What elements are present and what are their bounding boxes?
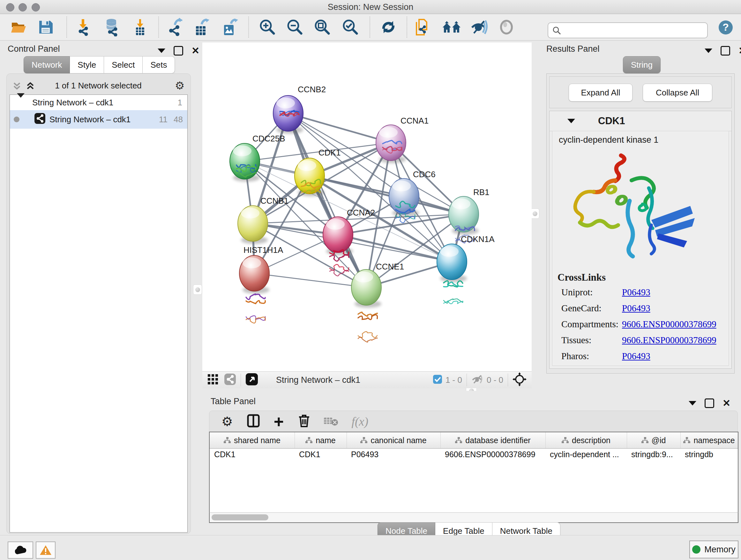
table-horizontal-scrollbar[interactable] <box>209 512 738 523</box>
clear-filter-icon[interactable] <box>323 415 339 428</box>
table-cell[interactable]: stringdb:9... <box>631 450 679 459</box>
zoom-fit-icon[interactable] <box>312 17 332 37</box>
search-input[interactable] <box>563 24 705 36</box>
collapse-section-icon[interactable] <box>567 119 575 123</box>
export-image-icon[interactable] <box>219 17 239 37</box>
table-cell[interactable]: stringdb <box>685 450 737 459</box>
node-CCNA1[interactable] <box>376 125 406 163</box>
first-neighbors-icon[interactable] <box>442 17 461 37</box>
birds-eye-grid-icon[interactable] <box>207 374 218 386</box>
zoom-selected-icon[interactable] <box>340 17 360 37</box>
show-all-icon[interactable] <box>496 17 516 37</box>
warning-status-button[interactable] <box>36 542 56 559</box>
table-cell[interactable]: CDK1 <box>214 450 293 459</box>
center-view-crosshair-icon[interactable] <box>513 372 527 388</box>
crosslink-value[interactable]: 9606.ENSP00000378699 <box>622 335 717 346</box>
table-cell[interactable]: P06493 <box>351 450 439 459</box>
network-options-gear-icon[interactable]: ⚙ <box>175 79 185 92</box>
table-cell[interactable]: 9606.ENSP00000378699 <box>445 450 544 459</box>
memory-status-dot-icon <box>692 545 700 554</box>
node-CDKN1A[interactable] <box>437 244 467 304</box>
edge-HIST1H1A-CCNE1[interactable] <box>254 273 366 287</box>
column-header-id[interactable]: @id <box>627 432 681 448</box>
column-header-canonical-name[interactable]: canonical name <box>347 432 441 448</box>
maximize-panel-icon[interactable] <box>174 46 183 56</box>
detach-view-icon[interactable] <box>246 373 258 387</box>
memory-button[interactable]: Memory <box>689 541 738 558</box>
node-HIST1H1A[interactable] <box>239 255 269 323</box>
table-cell[interactable]: CDK1 <box>299 450 345 459</box>
column-header-description[interactable]: description <box>545 432 627 448</box>
network-overview-icon[interactable] <box>224 373 236 387</box>
cloud-icon <box>13 545 27 555</box>
string-results-box: Expand All Collapse All CDK1 cyclin-depe… <box>546 73 735 374</box>
tab-sets[interactable]: Sets <box>143 56 175 73</box>
crosslink-value[interactable]: P06493 <box>622 287 650 298</box>
edge-CDK1-RB1[interactable] <box>310 176 464 214</box>
crosslink-value[interactable]: 9606.ENSP00000378699 <box>622 319 717 329</box>
network-canvas[interactable]: CCNB2CCNA1CDC25BCDK1CDC6RB1CCNB1CCNA2CDK… <box>202 43 532 371</box>
expand-all-button[interactable]: Expand All <box>569 84 632 102</box>
node-CDK1[interactable] <box>294 158 325 196</box>
import-database-icon[interactable] <box>102 17 121 37</box>
export-network-icon[interactable] <box>165 17 185 37</box>
right-divider-grip[interactable] <box>530 208 539 219</box>
status-bar: Memory <box>0 535 741 560</box>
edge-CCNB2-CCNE1[interactable] <box>288 113 366 287</box>
show-columns-icon[interactable] <box>247 414 260 429</box>
zoom-out-icon[interactable] <box>285 17 305 37</box>
collapse-all-button[interactable]: Collapse All <box>643 84 712 102</box>
edge-CCNB2-CCNA1[interactable] <box>288 113 391 143</box>
network-row[interactable]: String Network – cdk1 11 48 <box>10 110 187 129</box>
cloud-status-button[interactable] <box>8 542 33 559</box>
crosslink-value[interactable]: P06493 <box>622 351 650 361</box>
tab-network[interactable]: Network <box>23 56 70 73</box>
import-network-icon[interactable] <box>73 17 92 37</box>
close-panel-icon[interactable]: ✕ <box>723 399 731 407</box>
collection-expand-icon[interactable] <box>17 98 24 108</box>
left-divider-grip[interactable] <box>193 285 202 295</box>
node-CCNB2[interactable] <box>273 96 303 134</box>
table-cell[interactable]: cyclin-dependent ... <box>550 450 625 459</box>
node-CCNB1[interactable] <box>238 206 268 244</box>
toolbar-separator <box>158 17 159 38</box>
close-panel-icon[interactable]: ✕ <box>192 47 199 55</box>
function-builder-icon[interactable]: f(x) <box>351 415 368 428</box>
selected-checkbox-icon[interactable] <box>433 374 442 385</box>
float-panel-icon[interactable] <box>689 401 696 406</box>
open-session-icon[interactable] <box>9 17 29 37</box>
collection-count: 1 <box>178 98 182 108</box>
column-header-name[interactable]: name <box>294 432 347 448</box>
node-label-CDKN1A: CDKN1A <box>461 234 495 244</box>
network-collection-row[interactable]: String Network – cdk1 1 <box>10 95 187 110</box>
crosslink-value[interactable]: P06493 <box>622 303 650 314</box>
float-panel-icon[interactable] <box>158 49 165 53</box>
maximize-panel-icon[interactable] <box>704 398 714 408</box>
node-CDC25B[interactable] <box>230 143 260 182</box>
node-CCNA2[interactable] <box>323 217 353 276</box>
column-header-shared-name[interactable]: shared name <box>210 432 295 448</box>
help-icon[interactable]: ? <box>718 19 734 36</box>
import-table-icon[interactable] <box>130 17 150 37</box>
zoom-in-icon[interactable] <box>257 17 277 37</box>
table-options-gear-icon[interactable]: ⚙ <box>221 414 233 429</box>
new-network-from-selection-icon[interactable] <box>412 17 432 37</box>
delete-columns-icon[interactable] <box>298 414 310 429</box>
tab-style[interactable]: Style <box>70 56 104 73</box>
export-table-icon[interactable] <box>192 17 211 37</box>
apply-layout-icon[interactable] <box>379 17 398 37</box>
column-header-database-identifier[interactable]: database identifier <box>441 432 546 448</box>
create-column-icon[interactable]: + <box>274 415 284 428</box>
tab-select[interactable]: Select <box>104 56 143 73</box>
node-CCNE1[interactable] <box>351 269 381 342</box>
tab-string[interactable]: String <box>623 56 661 73</box>
close-panel-icon[interactable]: ✕ <box>738 47 741 55</box>
gene-section-header[interactable]: CDK1 <box>549 111 731 131</box>
hide-selected-icon[interactable] <box>469 17 489 37</box>
scrollbar-thumb[interactable] <box>212 514 268 520</box>
maximize-panel-icon[interactable] <box>721 46 730 56</box>
save-session-icon[interactable] <box>36 17 56 37</box>
column-header-namespace[interactable]: namespace <box>680 432 738 448</box>
float-panel-icon[interactable] <box>704 49 712 53</box>
table-header-row: shared namenamecanonical namedatabase id… <box>210 432 738 449</box>
